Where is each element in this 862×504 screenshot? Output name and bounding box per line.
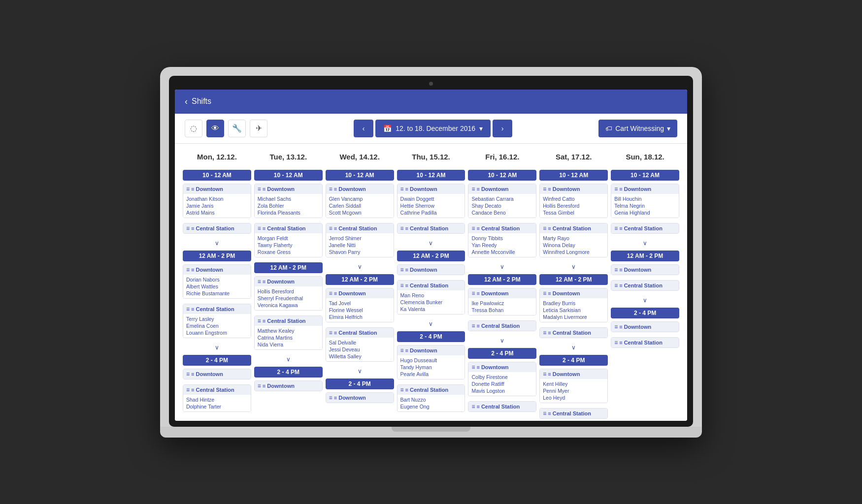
list-item[interactable]: Colby Firestone — [471, 374, 533, 380]
list-item[interactable]: Florinda Pleasants — [258, 209, 319, 216]
shift-time-wed-2[interactable]: 2 - 4 PM — [326, 378, 394, 389]
shift-time-wed-1[interactable]: 12 AM - 2 PM — [326, 274, 394, 285]
shift-time-mon-1[interactable]: 12 AM - 2 PM — [183, 251, 251, 261]
list-item[interactable]: Louann Engstrom — [186, 329, 248, 336]
eye-off-button[interactable]: ◌ — [185, 120, 202, 137]
expand-arrow-sat-0[interactable]: ∨ — [539, 262, 608, 271]
expand-arrow-sat-1[interactable]: ∨ — [539, 343, 608, 352]
location-label-tue-2-0[interactable]: ≡ Downtown — [255, 381, 322, 391]
list-item[interactable]: Man Reno — [400, 292, 462, 299]
list-item[interactable]: Bart Nuzzo — [400, 396, 462, 403]
list-item[interactable]: Glen Vancamp — [329, 195, 391, 202]
list-item[interactable]: Sal Delvalle — [329, 339, 391, 346]
location-label-wed-1-1[interactable]: ≡ Central Station — [326, 328, 394, 338]
list-item[interactable]: Zola Bohler — [258, 202, 319, 209]
location-label-fri-0-0[interactable]: ≡ Downtown — [468, 184, 536, 194]
shift-time-tue-0[interactable]: 10 - 12 AM — [254, 170, 323, 181]
location-label-tue-0-1[interactable]: ≡ Central Station — [255, 223, 322, 233]
list-item[interactable]: Scott Mcgown — [329, 209, 391, 216]
list-item[interactable]: Madalyn Livermore — [543, 314, 604, 320]
list-item[interactable]: Dorian Nabors — [186, 276, 248, 283]
location-label-thu-0-0[interactable]: ≡ Downtown — [398, 184, 465, 194]
list-item[interactable]: Terry Lasley — [186, 315, 248, 322]
list-item[interactable]: Florine Wessel — [329, 307, 391, 314]
location-label-fri-2-0[interactable]: ≡ Downtown — [468, 362, 536, 372]
location-label-fri-2-1[interactable]: ≡ Central Station — [468, 402, 536, 411]
location-label-sat-1-1[interactable]: ≡ Central Station — [540, 328, 607, 338]
list-item[interactable]: Clemencia Bunker — [400, 299, 462, 306]
list-item[interactable]: Jerrod Shimer — [329, 235, 391, 242]
next-week-button[interactable]: › — [493, 120, 512, 137]
list-item[interactable]: Hugo Dusseault — [400, 357, 462, 364]
list-item[interactable]: Richie Bustamante — [186, 290, 248, 297]
list-item[interactable]: Nida Vierra — [258, 341, 319, 348]
location-label-mon-1-0[interactable]: ≡ Downtown — [183, 265, 251, 275]
list-item[interactable]: Genia Highland — [614, 209, 676, 216]
list-item[interactable]: Winona Delay — [543, 242, 604, 249]
eye-button[interactable]: 👁 — [206, 120, 224, 137]
location-label-mon-2-1[interactable]: ≡ Central Station — [183, 385, 251, 395]
expand-arrow-mon-0[interactable]: ∨ — [183, 239, 251, 248]
location-label-sat-2-0[interactable]: ≡ Downtown — [540, 369, 607, 379]
list-item[interactable]: Janelle Nitti — [329, 242, 391, 249]
list-item[interactable]: Leticia Sarkisian — [543, 307, 604, 314]
location-label-sun-0-0[interactable]: ≡ Downtown — [611, 184, 679, 194]
shift-time-thu-0[interactable]: 10 - 12 AM — [397, 170, 465, 181]
list-item[interactable]: Donny Tibbits — [471, 235, 533, 242]
expand-arrow-mon-1[interactable]: ∨ — [183, 343, 251, 352]
location-label-fri-1-0[interactable]: ≡ Downtown — [468, 288, 536, 298]
expand-arrow-thu-0[interactable]: ∨ — [397, 239, 465, 248]
location-label-sat-1-0[interactable]: ≡ Downtown — [540, 288, 607, 298]
shift-time-sat-0[interactable]: 10 - 12 AM — [539, 170, 608, 181]
shift-time-wed-0[interactable]: 10 - 12 AM — [326, 170, 394, 181]
location-label-mon-2-0[interactable]: ≡ Downtown — [183, 369, 251, 379]
list-item[interactable]: Winfred Catto — [543, 195, 604, 202]
location-label-thu-0-1[interactable]: ≡ Central Station — [398, 223, 465, 233]
location-label-sun-2-1[interactable]: ≡ Central Station — [611, 338, 679, 347]
list-item[interactable]: Tressa Bohan — [471, 307, 533, 314]
location-label-sun-1-0[interactable]: ≡ Downtown — [611, 265, 679, 275]
list-item[interactable]: Hollis Beresford — [543, 202, 604, 209]
location-label-wed-0-1[interactable]: ≡ Central Station — [326, 223, 394, 233]
list-item[interactable]: Annette Mcconville — [471, 249, 533, 255]
location-label-wed-0-0[interactable]: ≡ Downtown — [326, 184, 394, 194]
location-label-tue-1-1[interactable]: ≡ Central Station — [255, 316, 322, 326]
expand-arrow-sun-0[interactable]: ∨ — [611, 239, 679, 248]
list-item[interactable]: Bradley Burris — [543, 300, 604, 307]
list-item[interactable]: Shay Decato — [471, 202, 533, 209]
list-item[interactable]: Shavon Parry — [329, 249, 391, 255]
list-item[interactable]: Veronica Kagawa — [258, 302, 319, 309]
list-item[interactable]: Dwain Doggett — [400, 195, 462, 202]
location-label-sat-0-1[interactable]: ≡ Central Station — [540, 223, 607, 233]
location-label-sat-0-0[interactable]: ≡ Downtown — [540, 184, 607, 194]
shift-time-tue-2[interactable]: 2 - 4 PM — [254, 367, 323, 378]
list-item[interactable]: Tandy Hyman — [400, 364, 462, 371]
date-range-button[interactable]: 📅 12. to 18. December 2016 ▾ — [375, 120, 491, 137]
list-item[interactable]: Tawny Flaherty — [258, 242, 319, 249]
list-item[interactable]: Albert Wattles — [186, 283, 248, 290]
location-label-sat-2-1[interactable]: ≡ Central Station — [540, 409, 607, 418]
location-label-fri-1-1[interactable]: ≡ Central Station — [468, 321, 536, 331]
list-item[interactable]: Ka Valenta — [400, 306, 462, 313]
wrench-button[interactable]: 🔧 — [228, 120, 246, 137]
list-item[interactable]: Bill Houchin — [614, 195, 676, 202]
list-item[interactable]: Jamie Janis — [186, 202, 248, 209]
send-button[interactable]: ✈ — [250, 120, 267, 137]
list-item[interactable]: Willetta Salley — [329, 353, 391, 360]
shift-time-fri-2[interactable]: 2 - 4 PM — [468, 348, 536, 359]
location-label-wed-1-0[interactable]: ≡ Downtown — [326, 288, 394, 298]
shift-time-sun-0[interactable]: 10 - 12 AM — [611, 170, 679, 181]
location-label-tue-0-0[interactable]: ≡ Downtown — [255, 184, 322, 194]
list-item[interactable]: Tad Jovel — [329, 300, 391, 307]
shift-time-sun-1[interactable]: 12 AM - 2 PM — [611, 251, 679, 261]
list-item[interactable]: Penni Myer — [543, 387, 604, 394]
shift-time-mon-2[interactable]: 2 - 4 PM — [183, 355, 251, 366]
list-item[interactable]: Morgan Feldt — [258, 235, 319, 242]
location-label-mon-0-0[interactable]: ≡ Downtown — [183, 184, 251, 194]
list-item[interactable]: Donette Ratliff — [471, 380, 533, 387]
list-item[interactable]: Emelina Coen — [186, 322, 248, 329]
list-item[interactable]: Sebastian Carrara — [471, 195, 533, 202]
location-label-thu-2-1[interactable]: ≡ Central Station — [398, 385, 465, 395]
location-label-wed-2-0[interactable]: ≡ Downtown — [326, 393, 394, 403]
list-item[interactable]: Dolphine Tarter — [186, 403, 248, 410]
